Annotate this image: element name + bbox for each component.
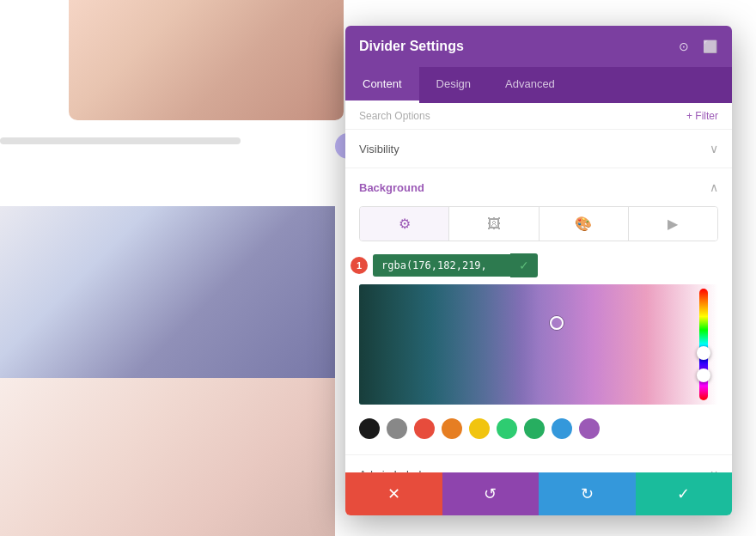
bg-tab-gradient[interactable]: 🎨	[540, 207, 629, 241]
modal-body: Search Options + Filter Visibility ∨ Bac…	[345, 103, 732, 472]
modal-tabs: Content Design Advanced	[345, 67, 732, 103]
cancel-button[interactable]: ✕	[345, 472, 442, 515]
tab-design[interactable]: Design	[419, 67, 488, 103]
bg-powder-image	[0, 206, 335, 378]
color-input-container: ✓	[373, 253, 718, 277]
swatch-black[interactable]	[359, 418, 380, 439]
color-swatches	[359, 413, 718, 441]
bg-tab-settings[interactable]: ⚙	[360, 207, 449, 241]
swatch-gray[interactable]	[387, 418, 407, 439]
swatch-dark-green[interactable]	[524, 418, 545, 439]
bg-bottom-image	[0, 378, 335, 536]
admin-label-section: Admin Label ∨	[345, 455, 732, 472]
swatch-yellow[interactable]	[469, 418, 490, 439]
background-title: Background	[359, 181, 424, 194]
divider-settings-modal: Divider Settings ⊙ ⬜ Content Design Adva…	[345, 26, 732, 515]
redo-button[interactable]: ↻	[539, 472, 636, 515]
background-icon-tabs: ⚙ 🖼 🎨 ▶	[359, 206, 718, 241]
bg-tab-image[interactable]: 🖼	[449, 207, 539, 241]
filter-button[interactable]: + Filter	[686, 110, 718, 122]
fullscreen-icon[interactable]: ⊙	[675, 38, 692, 55]
gradient-dark-overlay	[359, 284, 718, 405]
background-section: Background ∧ ⚙ 🖼 🎨 ▶ 1	[345, 168, 732, 455]
background-chevron: ∧	[710, 180, 718, 194]
search-placeholder: Search Options	[359, 110, 430, 122]
hue-thumb-1[interactable]	[697, 346, 710, 360]
background-section-content: ⚙ 🖼 🎨 ▶ 1 ✓	[345, 206, 732, 454]
hue-slider[interactable]	[696, 284, 711, 405]
modal-header-icons: ⊙ ⬜	[675, 38, 718, 55]
color-value-input[interactable]	[373, 254, 510, 277]
visibility-section: Visibility ∨	[345, 130, 732, 168]
confirm-button[interactable]: ✓	[636, 472, 733, 515]
tab-advanced[interactable]: Advanced	[488, 67, 572, 103]
color-gradient-canvas[interactable]	[359, 284, 718, 405]
swatch-purple[interactable]	[579, 418, 600, 439]
color-cursor	[550, 316, 564, 330]
bg-face-image	[69, 0, 344, 120]
swatch-orange[interactable]	[442, 418, 462, 439]
search-filter-row: Search Options + Filter	[345, 103, 732, 130]
bg-scrollbar	[0, 137, 241, 144]
visibility-section-header[interactable]: Visibility ∨	[345, 130, 732, 168]
admin-label-header[interactable]: Admin Label ∨	[345, 455, 732, 472]
undo-button[interactable]: ↺	[442, 472, 540, 515]
swatch-green[interactable]	[497, 418, 517, 439]
color-input-row: 1 ✓	[359, 253, 718, 277]
hue-slider-track	[699, 289, 708, 400]
visibility-title: Visibility	[359, 143, 399, 155]
hue-thumb-2[interactable]	[697, 368, 710, 382]
tab-content[interactable]: Content	[345, 67, 419, 103]
close-icon[interactable]: ⬜	[701, 38, 718, 55]
background-section-header[interactable]: Background ∧	[345, 168, 732, 206]
modal-title: Divider Settings	[359, 39, 464, 54]
badge-number: 1	[351, 257, 368, 274]
color-picker: 1 ✓	[359, 253, 718, 441]
color-confirm-button[interactable]: ✓	[510, 253, 538, 277]
bg-tab-video[interactable]: ▶	[629, 207, 717, 241]
modal-footer: ✕ ↺ ↻ ✓	[345, 472, 732, 515]
swatch-red[interactable]	[414, 418, 435, 439]
swatch-blue[interactable]	[552, 418, 572, 439]
modal-header: Divider Settings ⊙ ⬜	[345, 26, 732, 67]
visibility-chevron: ∨	[710, 142, 718, 155]
